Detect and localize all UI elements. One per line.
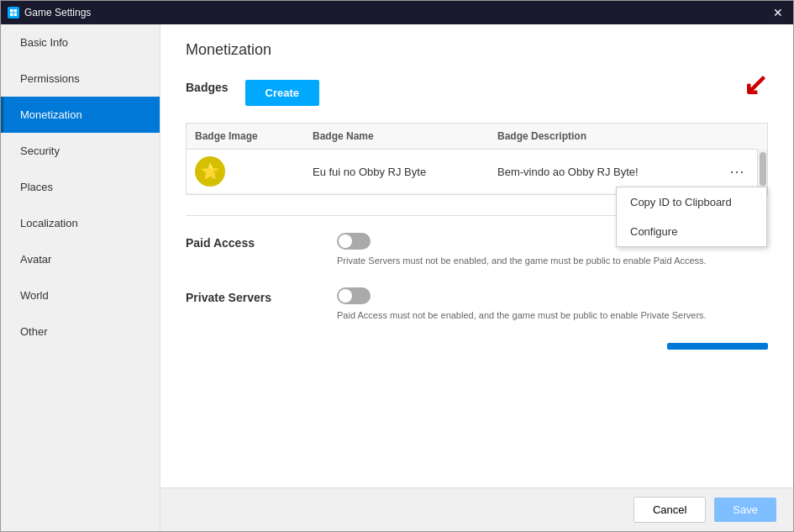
- sidebar-item-places[interactable]: Places: [1, 169, 160, 205]
- main-content: Monetization Badges Create ↙ Badge Image…: [160, 24, 793, 487]
- svg-rect-3: [14, 13, 18, 17]
- private-servers-label: Private Servers: [186, 287, 320, 304]
- private-servers-right: Paid Access must not be enabled, and the…: [337, 287, 768, 322]
- scrollbar-thumb: [760, 152, 766, 186]
- col-header-desc: Badge Description: [497, 130, 725, 142]
- titlebar-left: Game Settings: [8, 7, 91, 18]
- col-header-actions: [725, 130, 759, 142]
- sidebar-item-basic-info[interactable]: Basic Info: [1, 24, 160, 61]
- arrow-container: ↙: [718, 76, 768, 109]
- sidebar-item-other[interactable]: Other: [1, 313, 160, 350]
- sidebar-item-world[interactable]: World: [1, 277, 160, 313]
- section-title: Monetization: [186, 41, 768, 59]
- close-button[interactable]: ✕: [770, 4, 786, 21]
- bottom-bar-indicator: [667, 343, 768, 350]
- badge-image-cell: ⭐: [195, 156, 313, 187]
- paid-access-label: Paid Access: [186, 233, 320, 250]
- footer: Cancel Save: [160, 487, 793, 531]
- col-header-name: Badge Name: [313, 130, 497, 142]
- svg-rect-0: [10, 9, 13, 13]
- sidebar-item-localization[interactable]: Localization: [1, 205, 160, 241]
- table-header: Badge Image Badge Name Badge Description: [187, 124, 767, 150]
- col-header-image: Badge Image: [195, 130, 313, 142]
- svg-rect-1: [14, 9, 18, 13]
- sidebar-item-permissions[interactable]: Permissions: [1, 61, 160, 97]
- game-settings-window: Game Settings ✕ Basic Info Permissions M…: [0, 0, 794, 532]
- badge-icon: ⭐: [195, 156, 225, 187]
- window-content: Basic Info Permissions Monetization Secu…: [1, 24, 793, 531]
- badges-table: Badge Image Badge Name Badge Description…: [186, 123, 768, 195]
- private-servers-toggle[interactable]: [337, 287, 371, 304]
- cancel-button[interactable]: Cancel: [634, 497, 706, 523]
- sidebar-item-monetization[interactable]: Monetization: [1, 97, 160, 133]
- badges-header: Badges Create ↙: [186, 76, 768, 109]
- svg-rect-2: [10, 13, 13, 17]
- badges-label: Badges: [186, 81, 229, 94]
- app-icon: [8, 7, 19, 18]
- badge-desc-cell: Bem-vindo ao Obby RJ Byte!: [497, 166, 725, 178]
- sidebar-item-avatar[interactable]: Avatar: [1, 241, 160, 277]
- context-menu: Copy ID to Clipboard Configure: [616, 187, 767, 247]
- arrow-icon: ↙: [743, 67, 768, 103]
- private-servers-desc: Paid Access must not be enabled, and the…: [337, 309, 740, 322]
- table-row-container: ⭐ Eu fui no Obby RJ Byte Bem-vindo ao Ob…: [187, 150, 767, 194]
- bottom-save-area: [186, 343, 768, 350]
- paid-access-toggle[interactable]: [337, 233, 371, 250]
- titlebar: Game Settings ✕: [1, 1, 793, 24]
- more-options-button[interactable]: ⋯: [725, 160, 749, 183]
- main-panel: Monetization Badges Create ↙ Badge Image…: [160, 24, 793, 531]
- create-badge-button[interactable]: Create: [245, 80, 319, 106]
- save-button[interactable]: Save: [714, 498, 776, 522]
- copy-id-menu-item[interactable]: Copy ID to Clipboard: [617, 187, 766, 217]
- configure-menu-item[interactable]: Configure: [617, 217, 766, 246]
- private-servers-row: Private Servers Paid Access must not be …: [186, 287, 768, 322]
- sidebar-item-security[interactable]: Security: [1, 133, 160, 169]
- sidebar: Basic Info Permissions Monetization Secu…: [1, 24, 160, 531]
- paid-access-desc: Private Servers must not be enabled, and…: [337, 255, 740, 267]
- badge-name-cell: Eu fui no Obby RJ Byte: [313, 166, 497, 178]
- window-title: Game Settings: [24, 7, 91, 18]
